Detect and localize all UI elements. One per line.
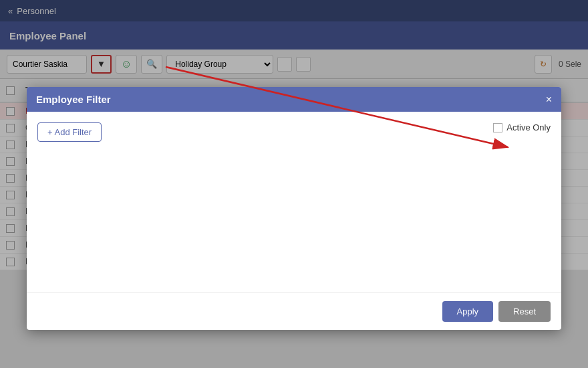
modal-footer: Apply Reset [27,292,561,330]
modal-header: Employee Filter × [27,87,561,112]
apply-button[interactable]: Apply [442,301,494,322]
active-only-checkbox[interactable] [493,123,502,132]
reset-button[interactable]: Reset [498,301,551,322]
active-only-area: Active Only [493,122,551,132]
modal-title: Employee Filter [36,94,111,105]
modal-body: + Add Filter Active Only [27,112,561,292]
employee-filter-modal: Employee Filter × + Add Filter Active On… [27,87,561,330]
add-filter-button[interactable]: + Add Filter [37,122,102,142]
modal-close-button[interactable]: × [546,94,552,105]
active-only-label: Active Only [506,122,551,132]
